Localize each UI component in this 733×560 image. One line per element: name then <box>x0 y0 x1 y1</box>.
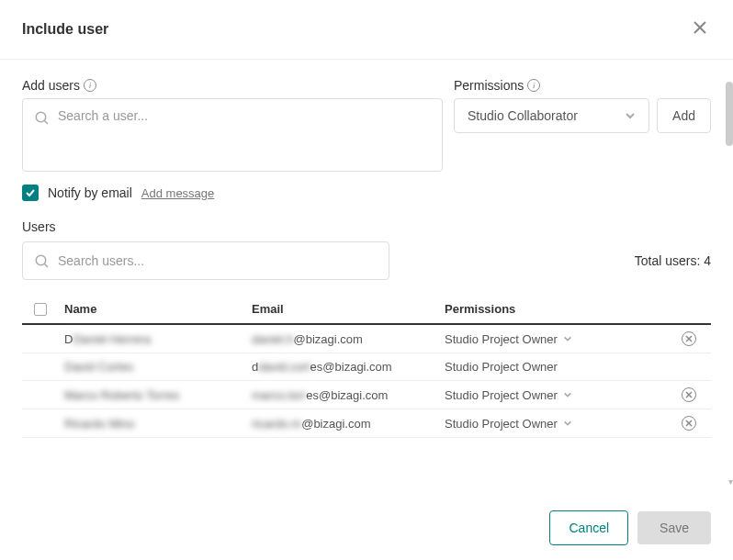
include-user-modal: Include user Add users i Permissions <box>0 0 733 560</box>
search-icon <box>34 110 51 127</box>
search-icon <box>34 253 51 270</box>
table-row: David Cortes ddavid.cortes@bizagi.com St… <box>22 353 711 381</box>
permissions-row: Studio Collaborator Add <box>454 98 711 133</box>
add-button[interactable]: Add <box>657 98 711 133</box>
users-table: Name Email Permissions DDaniel Herrera d… <box>22 295 711 438</box>
users-toolbar: Total users: 4 <box>22 241 711 280</box>
remove-user-button[interactable] <box>682 416 696 431</box>
x-icon <box>685 391 693 398</box>
permissions-label: Permissions i <box>454 78 711 93</box>
redacted-email-prefix: david.cort <box>258 360 310 374</box>
notify-checkbox[interactable] <box>22 185 39 201</box>
chevron-down-icon <box>563 419 572 428</box>
row-action <box>682 416 711 431</box>
add-users-searchbox[interactable] <box>22 98 443 172</box>
users-section: Users Total users: 4 Name Email Perm <box>22 219 711 438</box>
permission-value: Studio Project Owner <box>445 417 558 431</box>
notify-label: Notify by email <box>48 185 132 200</box>
scroll-caret: ▾ <box>728 476 733 487</box>
permission-value: Studio Project Owner <box>445 388 558 402</box>
row-email: daniel.h@bizagi.com <box>252 332 445 346</box>
redacted-email-prefix: daniel.h <box>252 332 294 346</box>
info-icon[interactable]: i <box>84 79 96 92</box>
svg-point-4 <box>36 255 46 265</box>
add-message-link[interactable]: Add message <box>141 186 215 200</box>
x-icon <box>685 335 693 342</box>
row-action <box>682 331 711 346</box>
permissions-selected: Studio Collaborator <box>468 108 578 123</box>
redacted-name: Daniel Herrera <box>73 332 151 346</box>
row-perm: Studio Project Owner <box>445 360 682 374</box>
permission-dropdown-row[interactable]: Studio Project Owner <box>445 332 682 346</box>
check-icon <box>25 187 36 198</box>
modal-title: Include user <box>22 21 108 38</box>
users-label: Users <box>22 219 711 234</box>
row-email: ddavid.cortes@bizagi.com <box>252 360 445 374</box>
row-name: David Cortes <box>59 360 252 374</box>
redacted-email-prefix: marco.torr <box>252 388 306 402</box>
redacted-name: David Cortes <box>64 360 133 374</box>
row-action <box>682 387 711 402</box>
permissions-dropdown[interactable]: Studio Collaborator <box>454 98 649 133</box>
row-name: DDaniel Herrera <box>59 332 252 346</box>
permissions-section: Permissions i Studio Collaborator Add <box>454 78 711 133</box>
email-suffix: es@bizagi.com <box>310 360 392 374</box>
users-searchbox[interactable] <box>22 241 389 280</box>
email-header: Email <box>252 302 445 316</box>
table-row: Ricardo Mino ricardo.m@bizagi.com Studio… <box>22 409 711 438</box>
row-email: ricardo.m@bizagi.com <box>252 417 445 431</box>
select-all-checkbox[interactable] <box>34 303 47 316</box>
row-perm: Studio Project Owner <box>445 417 682 431</box>
row-name: Ricardo Mino <box>59 417 252 431</box>
row-email: marco.torres@bizagi.com <box>252 388 445 402</box>
total-users-label: Total users: <box>635 253 704 268</box>
modal-body: Add users i Permissions i Studio Collabo… <box>0 60 733 496</box>
x-icon <box>685 420 693 427</box>
add-users-label: Add users i <box>22 78 443 93</box>
notify-row: Notify by email Add message <box>22 185 711 201</box>
remove-user-button[interactable] <box>682 387 696 402</box>
modal-header: Include user <box>0 0 733 60</box>
redacted-name: Marco Roberto Torres <box>64 388 179 402</box>
row-name: Marco Roberto Torres <box>59 388 252 402</box>
name-header: Name <box>59 302 252 316</box>
save-button[interactable]: Save <box>637 511 711 544</box>
table-row: DDaniel Herrera daniel.h@bizagi.com Stud… <box>22 325 711 353</box>
redacted-name: Ricardo Mino <box>64 417 135 431</box>
permission-value: Studio Project Owner <box>445 332 558 346</box>
email-domain: @bizagi.com <box>294 332 363 346</box>
total-users-count: 4 <box>704 253 711 268</box>
col-check-header <box>22 303 59 316</box>
table-row: Marco Roberto Torres marco.torres@bizagi… <box>22 381 711 409</box>
cancel-button[interactable]: Cancel <box>549 510 628 545</box>
chevron-down-icon <box>625 110 636 121</box>
row-perm: Studio Project Owner <box>445 388 682 402</box>
perm-header: Permissions <box>445 302 682 316</box>
chevron-down-icon <box>563 390 572 399</box>
chevron-down-icon <box>563 334 572 343</box>
close-button[interactable] <box>689 17 711 42</box>
permission-dropdown-row[interactable]: Studio Project Owner <box>445 417 682 431</box>
total-users: Total users: 4 <box>635 253 711 268</box>
add-users-input[interactable] <box>58 108 431 123</box>
email-suffix: es@bizagi.com <box>306 388 388 402</box>
remove-user-button[interactable] <box>682 331 696 346</box>
permission-value: Studio Project Owner <box>445 360 558 374</box>
row-perm: Studio Project Owner <box>445 332 682 346</box>
svg-line-5 <box>44 263 48 267</box>
close-icon <box>693 20 707 35</box>
top-section-row: Add users i Permissions i Studio Collabo… <box>22 78 711 172</box>
permissions-label-text: Permissions <box>454 78 524 93</box>
permission-dropdown-row[interactable]: Studio Project Owner <box>445 388 682 402</box>
email-domain: @bizagi.com <box>301 417 370 431</box>
add-users-section: Add users i <box>22 78 443 172</box>
scrollbar-thumb[interactable] <box>726 82 733 146</box>
users-search-input[interactable] <box>58 253 378 268</box>
info-icon[interactable]: i <box>527 79 540 92</box>
table-header: Name Email Permissions <box>22 295 711 325</box>
svg-line-3 <box>44 120 48 124</box>
redacted-email-prefix: ricardo.m <box>252 417 301 431</box>
svg-point-2 <box>36 112 46 122</box>
add-users-label-text: Add users <box>22 78 80 93</box>
modal-footer: Cancel Save <box>0 496 733 560</box>
